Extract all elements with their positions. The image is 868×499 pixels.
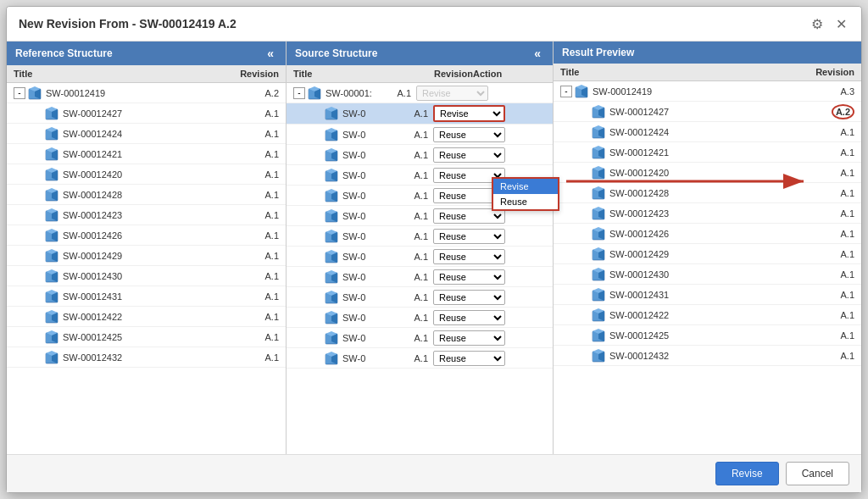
- reference-row[interactable]: SW-00012424A.1: [7, 124, 286, 144]
- source-panel: Source Structure « Title Revision Action…: [287, 42, 554, 454]
- action-select[interactable]: ReuseRevise: [433, 330, 505, 346]
- item-revision: A.1: [402, 170, 431, 180]
- cube-icon: [591, 247, 606, 262]
- source-row[interactable]: - SW-00001:A.1Revise: [287, 83, 553, 103]
- cube-icon: [44, 269, 59, 284]
- item-label: SW-00012426: [63, 230, 236, 241]
- result-panel-scroll[interactable]: - SW-00012419A.3 SW-00012427A.2 SW-00012…: [554, 81, 861, 454]
- dropdown-option-reuse[interactable]: Reuse: [493, 194, 558, 209]
- reference-panel-scroll[interactable]: - SW-00012419A.2 SW-00012427A.1 SW-00012…: [7, 83, 286, 454]
- cube-icon: [44, 147, 59, 162]
- action-select[interactable]: ReuseRevise: [433, 147, 505, 163]
- reference-row[interactable]: SW-00012420A.1: [7, 164, 286, 185]
- cube-icon: [307, 86, 322, 101]
- reference-panel-title: Reference Structure: [15, 47, 113, 59]
- reference-row[interactable]: SW-00012431A.1: [7, 286, 286, 307]
- source-row[interactable]: SW-0A.1ReuseRevise: [287, 267, 553, 287]
- item-label: SW-00012429: [63, 251, 236, 261]
- action-select[interactable]: ReuseRevise: [433, 249, 505, 264]
- action-select[interactable]: ReuseRevise: [433, 229, 505, 244]
- result-panel: Result Preview Title Revision - SW-00012…: [554, 42, 861, 454]
- cube-icon: [591, 104, 606, 119]
- reference-row[interactable]: SW-00012426A.1: [7, 225, 286, 246]
- source-row[interactable]: SW-0A.1ReuseRevise: [287, 125, 553, 145]
- action-select[interactable]: ReviseReuse: [433, 105, 505, 122]
- new-revision-dialog: New Revision From - SW-00012419 A.2 ⚙ ✕ …: [6, 6, 862, 493]
- item-revision: A.1: [811, 188, 858, 198]
- source-row[interactable]: SW-0A.1ReuseRevise: [287, 328, 553, 348]
- action-select[interactable]: ReuseRevise: [433, 127, 505, 142]
- source-row[interactable]: SW-0A.1ReuseRevise: [287, 145, 553, 165]
- item-label: SW-0: [342, 353, 402, 363]
- item-revision: A.1: [236, 352, 282, 363]
- expand-button[interactable]: -: [293, 87, 305, 99]
- cube-icon: [324, 290, 339, 305]
- action-select[interactable]: ReuseRevise: [433, 351, 505, 366]
- reference-row[interactable]: SW-00012428A.1: [7, 185, 286, 205]
- source-row[interactable]: SW-0A.1ReuseRevise: [287, 308, 553, 328]
- source-row[interactable]: SW-0A.1ReviseReuse: [287, 103, 553, 125]
- item-revision: A.1: [236, 251, 282, 261]
- item-revision: A.1: [236, 210, 282, 220]
- item-label: SW-0: [342, 292, 402, 302]
- item-label: SW-00012431: [63, 291, 236, 302]
- reference-row[interactable]: SW-00012425A.1: [7, 327, 286, 347]
- reference-row[interactable]: - SW-00012419A.2: [7, 83, 286, 103]
- item-label: SW-00012425: [609, 330, 811, 341]
- reference-row[interactable]: SW-00012421A.1: [7, 144, 286, 164]
- action-dropdown[interactable]: Revise Reuse: [492, 177, 559, 211]
- cube-icon: [44, 208, 59, 223]
- item-revision: A.1: [811, 127, 858, 137]
- reference-row[interactable]: SW-00012429A.1: [7, 246, 286, 266]
- action-select[interactable]: ReuseRevise: [433, 310, 505, 325]
- reference-row[interactable]: SW-00012423A.1: [7, 205, 286, 225]
- item-revision: A.3: [811, 86, 858, 97]
- cube-icon: [591, 267, 606, 282]
- source-row[interactable]: SW-0A.1ReuseRevise: [287, 287, 553, 308]
- item-label: SW-00012427: [609, 107, 811, 117]
- cube-icon: [591, 308, 606, 323]
- cube-icon: [44, 167, 59, 182]
- cancel-button[interactable]: Cancel: [786, 462, 849, 485]
- reference-collapse-button[interactable]: «: [264, 47, 277, 60]
- expand-button[interactable]: -: [560, 86, 572, 97]
- item-revision: A.1: [402, 130, 431, 140]
- gear-icon[interactable]: ⚙: [809, 15, 826, 32]
- source-row[interactable]: SW-0A.1ReuseRevise: [287, 247, 553, 267]
- result-col-revision: Revision: [804, 67, 854, 77]
- source-row[interactable]: SW-0A.1ReuseRevise: [287, 226, 553, 247]
- cube-icon: [44, 309, 59, 324]
- item-revision: A.1: [811, 147, 858, 158]
- expand-button[interactable]: -: [14, 87, 25, 99]
- source-row[interactable]: SW-0A.1ReuseRevise: [287, 348, 553, 369]
- action-select[interactable]: ReuseRevise: [433, 290, 505, 305]
- cube-icon: [591, 125, 606, 140]
- item-label: SW-00012431: [609, 290, 811, 300]
- item-revision: A.1: [811, 269, 858, 280]
- cube-icon: [324, 168, 339, 183]
- reference-row[interactable]: SW-00012422A.1: [7, 307, 286, 327]
- cube-icon: [44, 350, 59, 365]
- result-row: SW-00012422A.1: [554, 305, 861, 325]
- source-collapse-button[interactable]: «: [531, 47, 544, 60]
- source-panel-scroll[interactable]: - SW-00001:A.1Revise SW-0A.1ReviseReuse …: [287, 83, 553, 454]
- reference-col-title: Title: [14, 69, 228, 79]
- close-icon[interactable]: ✕: [832, 15, 849, 32]
- item-revision: A.1: [385, 88, 415, 98]
- result-row: SW-00012430A.1: [554, 264, 861, 285]
- cube-icon: [324, 208, 339, 224]
- item-label: SW-0: [342, 108, 402, 119]
- reference-row[interactable]: SW-00012432A.1: [7, 347, 286, 368]
- item-label: SW-0: [342, 170, 402, 180]
- dialog-header: New Revision From - SW-00012419 A.2 ⚙ ✕: [7, 7, 861, 42]
- result-col-headers: Title Revision: [554, 64, 861, 81]
- action-select[interactable]: Revise: [416, 86, 488, 101]
- reference-row[interactable]: SW-00012427A.1: [7, 103, 286, 124]
- item-revision: A.1: [402, 211, 431, 221]
- action-select[interactable]: ReuseRevise: [433, 269, 505, 285]
- cube-icon: [44, 228, 59, 243]
- dropdown-option-revise[interactable]: Revise: [493, 179, 558, 194]
- reference-row[interactable]: SW-00012430A.1: [7, 266, 286, 286]
- cube-icon: [591, 186, 606, 201]
- revise-button[interactable]: Revise: [715, 462, 779, 485]
